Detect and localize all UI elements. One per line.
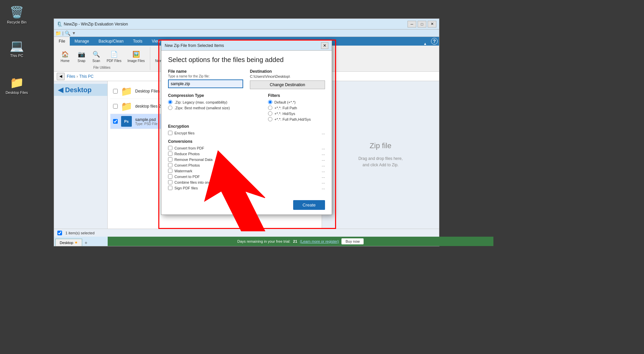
create-button[interactable]: Create — [293, 200, 325, 210]
compression-option-zipx[interactable]: .Zipx: Best method (smallest size) — [168, 106, 261, 110]
radio-filter-default[interactable] — [268, 100, 272, 104]
encryption-section: Encryption Encrypt files ··· — [168, 124, 325, 136]
snap-button[interactable]: 📷 Snap — [75, 49, 88, 64]
minimize-button[interactable]: ─ — [408, 21, 416, 27]
ribbon-expand-icon[interactable]: ▲ — [421, 42, 430, 46]
conversions-label: Conversions — [168, 139, 325, 144]
filter-full-path[interactable]: +*.*: Full Path — [268, 106, 325, 110]
breadcrumb-this-pc[interactable]: This PC — [79, 74, 94, 79]
desktop-icon-this-pc[interactable]: 💻 This PC — [3, 37, 30, 60]
tab-manage[interactable]: Manage — [70, 37, 94, 46]
conv-checkbox-5[interactable] — [168, 174, 172, 179]
back-button[interactable]: ◀ — [57, 73, 65, 80]
right-panel: Zip file Drag and drop files here, and c… — [322, 81, 439, 229]
modal-dialog: New Zip File from Selected Items ✕ Selec… — [161, 40, 332, 215]
destination-label: Destination — [250, 69, 325, 74]
desktop-icon-desktop-files[interactable]: 📁 Desktop Files — [3, 74, 30, 97]
tab-tools[interactable]: Tools — [128, 37, 147, 46]
psd-icon: Ps — [121, 116, 132, 127]
conv-label-1[interactable]: Reduce Photos — [168, 152, 200, 156]
filename-label: File name — [168, 69, 243, 74]
modal-close-button[interactable]: ✕ — [321, 42, 328, 49]
conv-dots-3[interactable]: ··· — [322, 164, 325, 168]
encrypt-files-checkbox[interactable] — [168, 131, 172, 135]
conv-label-5[interactable]: Convert to PDF — [168, 174, 200, 179]
conv-dots-4[interactable]: ··· — [322, 169, 325, 174]
conv-checkbox-1[interactable] — [168, 152, 172, 156]
filter-hid-sys[interactable]: +*.*: Hid/Sys — [268, 111, 325, 116]
radio-filter-hid-sys[interactable] — [268, 111, 272, 116]
radio-zipx-best[interactable] — [168, 106, 172, 110]
file-checkbox-2[interactable] — [113, 104, 118, 109]
close-button[interactable]: ✕ — [428, 21, 436, 27]
tab-star-icon: ★ — [74, 240, 78, 245]
conv-label-3[interactable]: Convert Photos — [168, 163, 200, 167]
tab-file[interactable]: File — [54, 37, 70, 46]
encrypt-dots-menu[interactable]: ··· — [322, 131, 325, 136]
change-destination-button[interactable]: Change Destination — [250, 80, 325, 89]
tab-desktop[interactable]: Desktop ★ — [55, 239, 82, 246]
desktop-icon-recycle-bin[interactable]: 🗑️ Recycle Bin — [3, 3, 30, 26]
modal-filename-col: File name Type a name for the Zip file: — [168, 69, 243, 89]
trial-bar: Days remaining in your free trial: 21 (L… — [108, 237, 493, 246]
tab-backup-clean[interactable]: Backup/Clean — [94, 37, 128, 46]
add-tab-button[interactable]: + — [82, 239, 90, 246]
conv-dots-0[interactable]: ··· — [322, 146, 325, 151]
conv-checkbox-4[interactable] — [168, 169, 172, 173]
conv-row-2: Remove Personal Data ··· — [168, 157, 325, 163]
file-checkbox-1[interactable] — [113, 89, 118, 94]
conv-label-4[interactable]: Watermark — [168, 169, 192, 173]
conv-dots-2[interactable]: ··· — [322, 158, 325, 163]
breadcrumb-files[interactable]: Files — [67, 74, 75, 79]
buy-now-button[interactable]: Buy now — [341, 238, 364, 244]
compression-label: Compression Type — [168, 93, 261, 98]
filter-default[interactable]: Default (+*.*) — [268, 100, 325, 104]
trial-link[interactable]: (Learn more or register) — [300, 239, 339, 243]
conv-row-7: Sign PDF files ··· — [168, 186, 325, 191]
quick-search-icon[interactable]: 🔍 — [65, 31, 70, 36]
conv-label-0[interactable]: Convert from PDF — [168, 146, 204, 150]
status-text: 1 item(s) selected — [65, 231, 95, 235]
conv-label-6[interactable]: Combine files into one PDF — [168, 180, 219, 184]
folder-icon-1: 📁 — [121, 86, 132, 97]
help-icon[interactable]: ? — [431, 38, 438, 45]
modal-mid-row: Compression Type .Zip: Legacy (max. comp… — [168, 93, 325, 121]
conv-row-6: Combine files into one PDF ··· — [168, 180, 325, 186]
maximize-button[interactable]: □ — [418, 21, 426, 27]
encrypt-files-checkbox-row[interactable]: Encrypt files — [168, 131, 195, 135]
radio-filter-full-path-hid-sys[interactable] — [268, 117, 272, 121]
conv-checkbox-6[interactable] — [168, 180, 172, 184]
image-files-button[interactable]: 🖼️ Image Files — [125, 49, 147, 64]
pdf-files-button[interactable]: 📄 PDF Files — [104, 49, 124, 64]
back-icon[interactable]: ◀ — [58, 86, 63, 94]
scan-button[interactable]: 🔍 Scan — [90, 49, 103, 64]
filename-input[interactable] — [168, 79, 243, 88]
conv-label-2[interactable]: Remove Personal Data — [168, 157, 213, 162]
home-button[interactable]: 🏠 Home — [57, 49, 73, 64]
status-checkbox[interactable] — [57, 231, 62, 235]
compression-options: .Zip: Legacy (max. compatibility) .Zipx:… — [168, 100, 261, 110]
status-bar: 1 item(s) selected — [54, 229, 439, 237]
conv-dots-1[interactable]: ··· — [322, 152, 325, 157]
radio-filter-full-path[interactable] — [268, 106, 272, 110]
right-panel-line1: Drag and drop files here, — [358, 156, 402, 162]
conv-row-3: Convert Photos ··· — [168, 163, 325, 169]
file-checkbox-3[interactable] — [113, 119, 118, 124]
conv-dots-7[interactable]: ··· — [322, 186, 325, 191]
title-bar: 🗜️ NewZip - WinZip Evaluation Version ─ … — [54, 19, 439, 30]
conv-checkbox-0[interactable] — [168, 146, 172, 150]
radio-zip-legacy[interactable] — [168, 100, 172, 104]
conv-checkbox-3[interactable] — [168, 163, 172, 167]
conv-checkbox-7[interactable] — [168, 186, 172, 190]
conv-row-0: Convert from PDF ··· — [168, 146, 325, 152]
conv-label-7[interactable]: Sign PDF files — [168, 186, 198, 190]
conv-checkbox-2[interactable] — [168, 157, 172, 162]
modal-compression-col: Compression Type .Zip: Legacy (max. comp… — [168, 93, 261, 121]
conversion-list: Convert from PDF ··· Reduce Photos ··· R… — [168, 146, 325, 191]
conv-dots-6[interactable]: ··· — [322, 181, 325, 185]
conv-dots-5[interactable]: ··· — [322, 175, 325, 180]
filter-full-path-hid-sys[interactable]: +*.*: Full Path,Hid/Sys — [268, 117, 325, 121]
compression-option-zip[interactable]: .Zip: Legacy (max. compatibility) — [168, 100, 261, 104]
conv-row-4: Watermark ··· — [168, 169, 325, 174]
trial-days: 21 — [293, 239, 297, 243]
